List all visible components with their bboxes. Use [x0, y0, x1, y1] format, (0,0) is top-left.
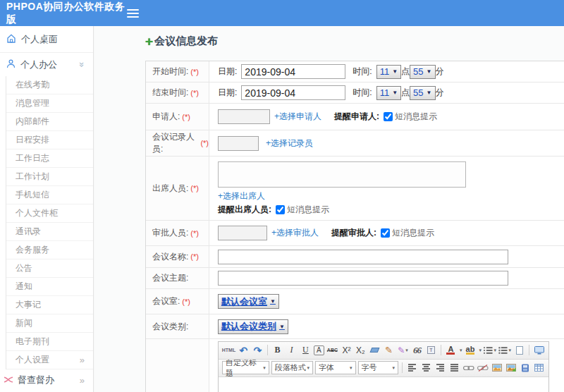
auto-typeset-button[interactable]: ✎▾ — [397, 344, 409, 357]
font-color-button[interactable]: A — [445, 344, 457, 357]
approver-sms-checkbox[interactable] — [381, 228, 390, 238]
paragraph-format-select[interactable]: 段落格式▾ — [271, 361, 313, 374]
font-family-select[interactable]: 字体▾ — [315, 361, 356, 374]
font-size-select[interactable]: 字号▾ — [358, 361, 399, 374]
ordered-list-button[interactable]: ▾ — [484, 344, 496, 357]
dropdown-arrow-icon: ▾ — [393, 365, 396, 371]
sidebar-item-message-management[interactable]: 消息管理 — [6, 94, 93, 113]
new-page-button[interactable] — [513, 344, 525, 357]
sidebar-item-mobile-sms[interactable]: 手机短信 — [6, 186, 93, 204]
align-justify-button[interactable] — [448, 362, 460, 374]
align-right-button[interactable] — [434, 362, 446, 374]
underline-button[interactable]: U — [300, 344, 312, 357]
form-row-recorder: 会议记录人员:(*) +选择记录员 — [146, 130, 564, 157]
choose-applicant-link[interactable]: +选择申请人 — [274, 111, 321, 123]
sidebar-item-supervision[interactable]: 督查督办 » — [0, 369, 93, 391]
blockquote-button[interactable]: 66 — [411, 344, 423, 357]
recorder-input[interactable] — [218, 136, 259, 151]
upload-image-button[interactable] — [505, 362, 517, 374]
main-content: + 会议信息发布 开始时间:(*) 日期: 时间: 11▼ 点 55▼ 分 结束… — [94, 26, 564, 392]
dropdown-arrow-icon: ▼ — [427, 90, 432, 96]
start-date-input[interactable] — [241, 64, 345, 79]
dropdown-arrow-icon[interactable]: ▾ — [479, 348, 482, 353]
editor-content-area[interactable] — [219, 377, 548, 392]
insert-link-button[interactable] — [462, 362, 474, 374]
sidebar-item-work-plan[interactable]: 工作计划 — [6, 168, 93, 186]
sidebar-item-news[interactable]: 新闻 — [6, 314, 93, 333]
sidebar-item-memorabilia[interactable]: 大事记 — [6, 296, 93, 314]
redo-button[interactable]: ↷ — [252, 344, 264, 357]
toolbar-separator — [441, 345, 441, 355]
align-left-button[interactable] — [406, 362, 418, 374]
form-row-start-time: 开始时间:(*) 日期: 时间: 11▼ 点 55▼ 分 — [146, 61, 564, 82]
add-icon: + — [145, 37, 153, 47]
sidebar-item-e-journal[interactable]: 电子期刊 — [6, 333, 93, 351]
sidebar-item-personal-file-cabinet[interactable]: 个人文件柜 — [6, 204, 93, 223]
superscript-button[interactable]: X² — [341, 344, 352, 357]
sidebar-item-personal-desktop[interactable]: 个人桌面 — [0, 26, 93, 53]
sidebar-item-work-log[interactable]: 工作日志 — [6, 149, 93, 168]
end-hour-select[interactable]: 11▼ — [376, 86, 401, 100]
app-window: PHPOA协同办公软件政务版 个人桌面 个人办公 » 在线考勤 消息管理 内部邮… — [0, 0, 564, 392]
attendees-textarea[interactable] — [218, 161, 466, 188]
eraser-icon — [370, 348, 380, 353]
required-mark: (*) — [182, 113, 190, 121]
heading-select[interactable]: 自定义标题▾ — [222, 361, 269, 374]
end-minute-select[interactable]: 55▼ — [410, 86, 435, 100]
sidebar-item-personal-settings[interactable]: 个人设置» — [6, 351, 93, 369]
sidebar-item-schedule[interactable]: 日程安排 — [6, 131, 93, 149]
meeting-category-select[interactable]: 默认会议类别▼ — [218, 319, 288, 334]
align-center-button[interactable] — [420, 362, 432, 374]
meeting-room-select[interactable]: 默认会议室▼ — [218, 294, 279, 309]
format-brush-button[interactable]: ✎ — [383, 344, 395, 357]
approver-input[interactable] — [218, 226, 267, 240]
font-style-button[interactable]: A — [314, 345, 324, 355]
choose-approver-link[interactable]: +选择审批人 — [271, 227, 319, 239]
sidebar-item-internal-mail[interactable]: 内部邮件 — [6, 113, 93, 131]
undo-button[interactable]: ↶ — [238, 344, 250, 357]
sidebar-item-meeting-services[interactable]: 会务服务 — [6, 241, 93, 259]
fullscreen-button[interactable] — [533, 344, 545, 357]
minute-suffix: 分 — [436, 87, 444, 99]
sidebar-item-announcements[interactable]: 公告 — [6, 259, 93, 278]
toolbar-separator — [267, 345, 268, 355]
subscript-button[interactable]: X₂ — [355, 344, 367, 357]
required-mark: (*) — [200, 139, 209, 147]
attendees-sms-checkbox[interactable] — [276, 205, 285, 214]
insert-image-button[interactable] — [491, 362, 503, 374]
meeting-name-input[interactable] — [218, 250, 508, 264]
start-minute-select[interactable]: 55▼ — [410, 65, 435, 79]
hamburger-menu-icon[interactable] — [127, 9, 139, 18]
sidebar-item-online-attendance[interactable]: 在线考勤 — [6, 76, 93, 94]
eraser-button[interactable] — [369, 344, 381, 357]
insert-table-button[interactable] — [533, 362, 545, 374]
form-row-meeting-subject: 会议主题: — [146, 268, 564, 289]
end-date-input[interactable] — [241, 85, 345, 100]
color-bar — [466, 353, 474, 355]
paste-button[interactable]: T — [425, 344, 437, 357]
italic-button[interactable]: I — [286, 344, 298, 357]
recorder-label: 会议记录人员: — [152, 131, 198, 155]
sidebar-item-notices[interactable]: 通知 — [6, 278, 93, 296]
highlight-color-button[interactable]: ab — [464, 344, 476, 357]
choose-recorder-link[interactable]: +选择记录员 — [266, 137, 313, 149]
dropdown-arrow-icon: ▾ — [263, 365, 266, 371]
sms-hint-label: 短消息提示 — [287, 204, 329, 216]
applicant-input[interactable] — [218, 109, 270, 124]
html-source-button[interactable]: HTML — [222, 344, 235, 357]
sidebar-item-personal-office[interactable]: 个人办公 » — [0, 53, 93, 76]
applicant-sms-checkbox[interactable] — [384, 112, 393, 121]
sms-hint-label: 短消息提示 — [395, 111, 437, 123]
meeting-subject-input[interactable] — [218, 271, 508, 286]
end-time-label: 结束时间: — [152, 87, 188, 99]
unordered-list-button[interactable]: ▾ — [498, 344, 511, 357]
dropdown-arrow-icon: ▾ — [307, 365, 309, 371]
insert-media-button[interactable] — [519, 362, 531, 374]
remove-link-button[interactable] — [477, 362, 489, 374]
start-hour-select[interactable]: 11▼ — [376, 65, 401, 79]
choose-attendees-link[interactable]: +选择出席人 — [218, 190, 265, 202]
sidebar-item-contacts[interactable]: 通讯录 — [6, 223, 93, 241]
bold-button[interactable]: B — [271, 344, 283, 357]
dropdown-arrow-icon[interactable]: ▾ — [460, 348, 462, 353]
strikethrough-button[interactable]: ABC — [326, 344, 338, 357]
